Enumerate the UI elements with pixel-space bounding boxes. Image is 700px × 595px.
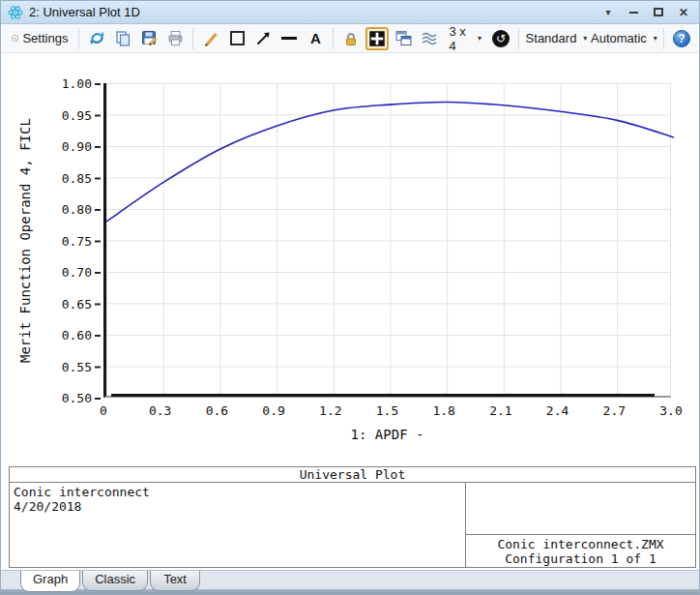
copy-window-icon [395,30,412,46]
minimize-button[interactable] [624,4,643,21]
draw-line-button[interactable] [277,27,301,50]
x-axis-title: 1: APDF - [103,427,671,442]
standard-label: Standard [526,31,577,45]
window-title: 2: Universal Plot 1D [29,5,140,19]
lens-title: Conic interconnect [14,485,461,499]
tab-classic[interactable]: Classic [82,571,148,591]
view-tab-bar: Graph Classic Text [1,570,699,594]
file-info-cell: Conic interconnect.ZMX Configuration 1 o… [466,536,695,567]
toolbar-separator [78,28,79,49]
save-icon [141,30,158,46]
print-button[interactable] [163,27,187,50]
lock-button[interactable] [339,27,363,50]
pencil-icon [203,31,219,46]
info-empty-cell [466,483,695,535]
draw-rectangle-button[interactable] [225,27,248,50]
automatic-dropdown[interactable]: Automatic ▾ [591,27,657,50]
x-tick-label: 0.6 [206,403,228,418]
plot-info-panel: Universal Plot Conic interconnect 4/20/2… [9,466,696,568]
y-tick-label: 0.65 [62,296,92,311]
maximize-icon [654,8,663,16]
toolbar: Settings [1,24,699,53]
help-icon: ? [673,30,690,47]
copy-icon [115,31,131,46]
reset-zoom-button[interactable]: ↺ [489,27,512,50]
toolbar-separator [518,28,519,49]
merit-curve [106,102,674,222]
refresh-icon [89,30,105,46]
arrow-icon [255,30,272,46]
merit-curve-svg [106,83,674,398]
settings-label: Settings [22,31,68,45]
grid-size-label: 3 x 4 [449,24,471,53]
y-tick-label: 0.60 [62,328,92,342]
x-tick-label: 2.1 [489,403,511,418]
draw-arrow-button[interactable] [251,27,275,50]
app-window-icon [8,5,23,20]
plot-info-body: Conic interconnect 4/20/2018 Conic inter… [10,483,695,567]
file-name: Conic interconnect.ZMX [466,537,695,551]
y-tick-label: 0.55 [62,359,92,373]
grid-size-dropdown[interactable]: 3 x 4 ▾ [444,27,486,50]
window-menu-caret-icon[interactable]: ▾ [598,4,618,21]
y-axis-tick-labels: 1.000.950.900.850.800.750.700.650.600.55… [1,83,92,398]
y-tick-label: 0.90 [62,139,92,154]
fill-frame-toggle[interactable] [365,27,389,50]
x-tick-label: 1.5 [376,403,398,418]
x-tick-label: 0.9 [262,403,284,418]
x-tick-label: 2.7 [603,403,626,418]
y-tick-label: 0.85 [62,170,92,185]
x-tick-label: 1.8 [432,403,454,418]
chevron-down-icon: ▾ [654,34,657,43]
lens-info-cell: Conic interconnect 4/20/2018 [10,483,466,567]
tab-graph[interactable]: Graph [20,571,80,592]
reset-zoom-icon: ↺ [492,30,510,47]
x-tick-label: 2.4 [546,403,569,418]
tab-text[interactable]: Text [150,571,200,591]
automatic-label: Automatic [591,31,647,45]
minimize-icon [629,12,638,14]
configuration-label: Configuration 1 of 1 [466,551,695,566]
toolbar-separator [192,28,193,49]
y-tick-label: 0.80 [62,202,92,217]
universal-plot-window: 2: Universal Plot 1D ▾ ✕ Settings [0,0,700,595]
x-axis-tick-labels: 00.30.60.91.21.51.82.12.42.73.0 [103,403,671,419]
line-icon [281,37,297,40]
x-tick-label: 0.3 [149,403,171,418]
plot-title: Universal Plot [10,467,695,483]
plot-date: 4/20/2018 [14,499,461,514]
help-button[interactable]: ? [670,27,693,50]
toolbar-separator [663,28,664,49]
print-icon [167,30,184,46]
lock-icon [343,31,359,46]
layers-button[interactable] [418,27,441,50]
draw-pencil-button[interactable] [199,27,222,50]
x-tick-label: 1.2 [319,403,341,418]
chevron-down-icon: ▾ [583,34,587,43]
maximize-button[interactable] [649,4,668,21]
text-tool-icon: A [310,31,321,45]
copy-button[interactable] [111,27,134,50]
plot-canvas: Merit Function Operand 4, FICL 1.000.950… [1,53,699,572]
standard-dropdown[interactable]: Standard ▾ [525,27,588,50]
chevron-down-icon: ▾ [478,34,481,43]
fill-frame-icon [369,31,385,46]
close-button[interactable]: ✕ [674,4,693,21]
settings-chevron-icon [12,30,18,46]
x-tick-label: 0 [100,403,107,418]
save-button[interactable] [137,27,160,50]
settings-button[interactable]: Settings [7,27,73,50]
copy-to-window-button[interactable] [392,27,415,50]
refresh-button[interactable] [85,27,108,50]
y-tick-label: 1.00 [62,76,92,91]
draw-text-button[interactable]: A [304,27,327,50]
rectangle-icon [229,30,246,46]
y-tick-label: 0.75 [62,233,92,248]
toolbar-separator [333,28,334,49]
y-tick-label: 0.95 [62,107,92,122]
y-tick-label: 0.70 [62,265,92,280]
y-tick-label: 0.50 [62,391,92,405]
x-tick-label: 3.0 [659,403,682,418]
x-axis-baseline [111,394,655,397]
plot-area[interactable] [103,83,671,398]
